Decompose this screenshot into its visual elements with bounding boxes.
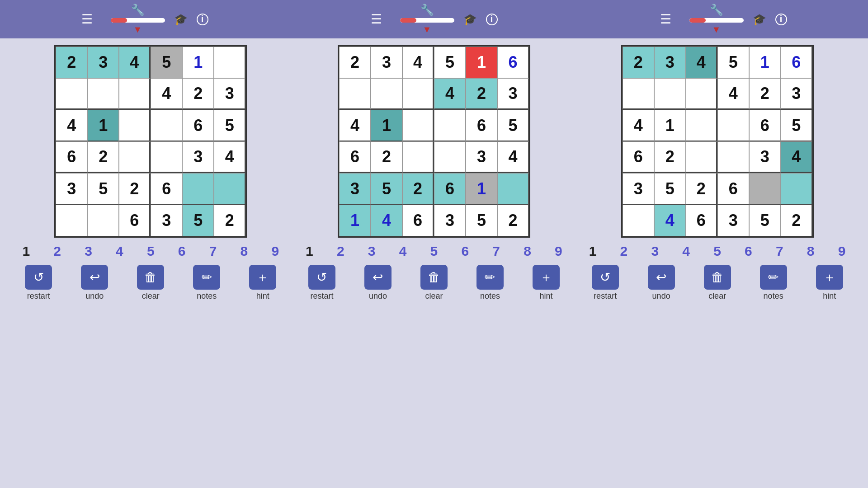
hamburger-menu-1[interactable]: ☰ <box>81 12 93 27</box>
cell-1-23[interactable]: 3 <box>182 141 214 173</box>
cell-2-32[interactable]: 4 <box>371 205 402 236</box>
cell-2-10[interactable]: 4 <box>434 78 466 110</box>
cell-3-27[interactable]: 2 <box>686 173 717 205</box>
cell-2-23[interactable]: 3 <box>466 141 497 173</box>
action-undo-btn-2[interactable]: ↩undo <box>362 265 394 301</box>
cell-2-15[interactable] <box>402 110 434 141</box>
cell-3-7[interactable] <box>623 78 654 110</box>
cell-1-29[interactable] <box>182 173 214 205</box>
num-btn-3-5[interactable]: 5 <box>705 244 730 259</box>
cell-3-3[interactable]: 4 <box>686 47 717 78</box>
cell-1-25[interactable]: 3 <box>56 173 87 205</box>
action-clear-btn-2[interactable]: 🗑clear <box>418 265 450 301</box>
cell-2-17[interactable]: 6 <box>466 110 497 141</box>
cell-2-33[interactable]: 6 <box>402 205 434 236</box>
cell-3-5[interactable]: 1 <box>749 47 781 78</box>
cell-2-20[interactable]: 2 <box>371 141 402 173</box>
cell-2-13[interactable]: 4 <box>339 110 371 141</box>
cell-1-19[interactable]: 6 <box>56 141 87 173</box>
cell-3-18[interactable]: 5 <box>781 110 812 141</box>
num-btn-3-3[interactable]: 3 <box>642 244 667 259</box>
cell-1-17[interactable]: 6 <box>182 110 214 141</box>
cell-2-29[interactable]: 1 <box>466 173 497 205</box>
cell-3-26[interactable]: 5 <box>654 173 686 205</box>
cell-1-30[interactable] <box>214 173 245 205</box>
num-btn-1-1[interactable]: 1 <box>14 244 38 259</box>
cell-1-16[interactable] <box>151 110 182 141</box>
cell-2-36[interactable]: 2 <box>497 205 529 236</box>
num-btn-1-3[interactable]: 3 <box>76 244 101 259</box>
sudoku-grid-1[interactable]: 234514234165623435266352 <box>54 45 247 238</box>
cell-1-21[interactable] <box>119 141 151 173</box>
cell-3-21[interactable] <box>686 141 717 173</box>
cell-2-3[interactable]: 4 <box>402 47 434 78</box>
action-restart-btn-1[interactable]: ↺restart <box>23 265 54 301</box>
cell-3-36[interactable]: 2 <box>781 205 812 236</box>
cell-2-16[interactable] <box>434 110 466 141</box>
cell-2-8[interactable] <box>371 78 402 110</box>
cell-1-10[interactable]: 4 <box>151 78 182 110</box>
cell-3-6[interactable]: 6 <box>781 47 812 78</box>
num-btn-1-9[interactable]: 9 <box>263 244 288 259</box>
cell-1-33[interactable]: 6 <box>119 205 151 236</box>
hamburger-menu-2[interactable]: ☰ <box>371 12 382 27</box>
cell-2-12[interactable]: 3 <box>497 78 529 110</box>
action-notes-btn-1[interactable]: ✏notes <box>191 265 222 301</box>
cell-1-20[interactable]: 2 <box>87 141 119 173</box>
cell-3-16[interactable] <box>717 110 749 141</box>
cell-1-5[interactable]: 1 <box>182 47 214 78</box>
graduation-cap-1[interactable]: 🎓 <box>174 13 188 26</box>
cell-3-28[interactable]: 6 <box>717 173 749 205</box>
cell-2-25[interactable]: 3 <box>339 173 371 205</box>
num-btn-2-5[interactable]: 5 <box>421 244 446 259</box>
cell-2-21[interactable] <box>402 141 434 173</box>
action-restart-btn-2[interactable]: ↺restart <box>306 265 338 301</box>
cell-2-27[interactable]: 2 <box>402 173 434 205</box>
num-btn-3-6[interactable]: 6 <box>736 244 761 259</box>
cell-1-12[interactable]: 3 <box>214 78 245 110</box>
cell-2-28[interactable]: 6 <box>434 173 466 205</box>
num-btn-2-7[interactable]: 7 <box>484 244 509 259</box>
cell-1-31[interactable] <box>56 205 87 236</box>
cell-3-34[interactable]: 3 <box>717 205 749 236</box>
num-btn-3-7[interactable]: 7 <box>767 244 792 259</box>
cell-2-5[interactable]: 1 <box>466 47 497 78</box>
num-btn-1-8[interactable]: 8 <box>231 244 256 259</box>
cell-1-26[interactable]: 5 <box>87 173 119 205</box>
cell-1-22[interactable] <box>151 141 182 173</box>
action-undo-btn-1[interactable]: ↩undo <box>79 265 110 301</box>
cell-3-13[interactable]: 4 <box>623 110 654 141</box>
cell-2-14[interactable]: 1 <box>371 110 402 141</box>
cell-3-12[interactable]: 3 <box>781 78 812 110</box>
num-btn-1-6[interactable]: 6 <box>170 244 194 259</box>
cell-3-23[interactable]: 3 <box>749 141 781 173</box>
cell-1-36[interactable]: 2 <box>214 205 245 236</box>
graduation-cap-3[interactable]: 🎓 <box>753 13 766 26</box>
cell-1-15[interactable] <box>119 110 151 141</box>
cell-1-11[interactable]: 2 <box>182 78 214 110</box>
num-btn-2-8[interactable]: 8 <box>515 244 540 259</box>
num-btn-2-4[interactable]: 4 <box>391 244 415 259</box>
action-clear-btn-1[interactable]: 🗑clear <box>135 265 166 301</box>
cell-2-34[interactable]: 3 <box>434 205 466 236</box>
action-notes-btn-3[interactable]: ✏notes <box>758 265 789 301</box>
cell-1-6[interactable] <box>214 47 245 78</box>
cell-1-18[interactable]: 5 <box>214 110 245 141</box>
num-btn-3-1[interactable]: 1 <box>580 244 605 259</box>
num-btn-2-1[interactable]: 1 <box>297 244 322 259</box>
cell-3-30[interactable] <box>781 173 812 205</box>
num-btn-2-6[interactable]: 6 <box>453 244 477 259</box>
cell-3-31[interactable] <box>623 205 654 236</box>
cell-1-8[interactable] <box>87 78 119 110</box>
cell-2-26[interactable]: 5 <box>371 173 402 205</box>
cell-3-11[interactable]: 2 <box>749 78 781 110</box>
cell-3-17[interactable]: 6 <box>749 110 781 141</box>
cell-2-7[interactable] <box>339 78 371 110</box>
cell-1-1[interactable]: 2 <box>56 47 87 78</box>
num-btn-3-9[interactable]: 9 <box>830 244 854 259</box>
num-btn-1-7[interactable]: 7 <box>201 244 226 259</box>
cell-1-9[interactable] <box>119 78 151 110</box>
action-hint-btn-1[interactable]: ＋hint <box>247 265 278 301</box>
cell-1-32[interactable] <box>87 205 119 236</box>
cell-1-34[interactable]: 3 <box>151 205 182 236</box>
